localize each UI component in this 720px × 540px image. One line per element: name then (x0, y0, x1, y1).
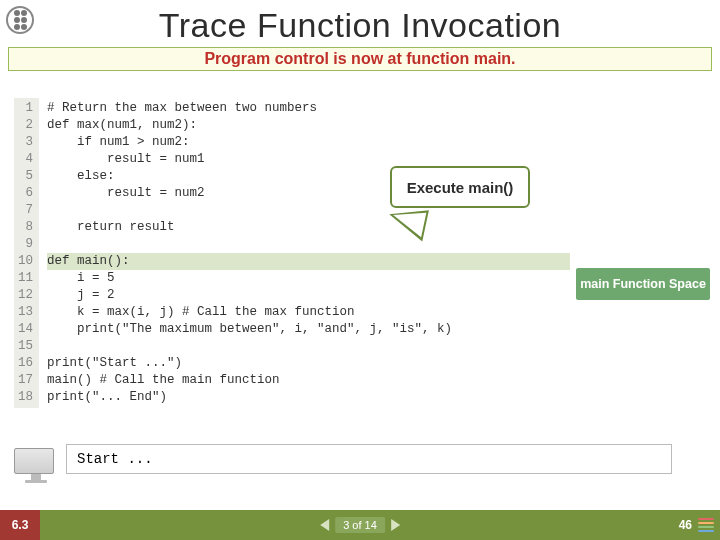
slide-position: 3 of 14 (335, 517, 385, 533)
code-body: # Return the max between two numbers def… (39, 98, 570, 408)
chapter-badge: 6.3 (0, 510, 40, 540)
prev-icon[interactable] (320, 519, 329, 531)
reel-logo-icon (6, 6, 34, 34)
highlighted-line: def main(): (47, 253, 570, 270)
function-space-label: main Function Space (576, 268, 710, 300)
slide-nav: 3 of 14 (320, 517, 400, 533)
code-listing: 1 2 3 4 5 6 7 8 9 10 11 12 13 14 15 16 1… (14, 98, 570, 408)
status-banner: Program control is now at function main. (8, 47, 712, 71)
monitor-icon (14, 448, 58, 482)
execution-callout: Execute main() (390, 166, 530, 208)
next-icon[interactable] (391, 519, 400, 531)
console-output: Start ... (66, 444, 672, 474)
page-number: 46 (679, 518, 692, 532)
line-numbers: 1 2 3 4 5 6 7 8 9 10 11 12 13 14 15 16 1… (14, 98, 39, 408)
footer-bar: 6.3 3 of 14 46 (0, 510, 720, 540)
menu-icon[interactable] (698, 518, 714, 532)
slide-title: Trace Function Invocation (0, 6, 720, 45)
